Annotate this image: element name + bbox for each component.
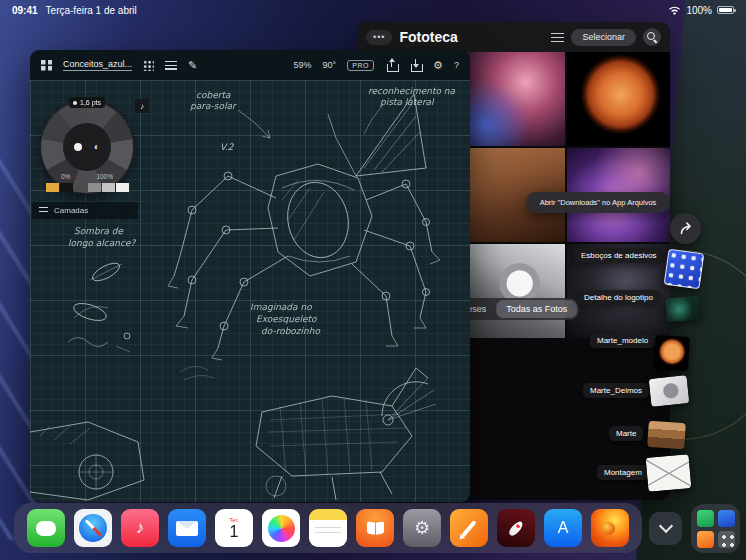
tool-wheel-center[interactable]: ◐	[63, 123, 111, 171]
stroke-size-tooltip: 1,6 pts	[69, 97, 105, 108]
dock-app-settings[interactable]: ⚙	[403, 509, 441, 547]
filter-icon[interactable]	[551, 33, 564, 42]
help-button[interactable]: ?	[454, 60, 459, 70]
dock-app-browser[interactable]	[591, 509, 629, 547]
export-icon[interactable]	[385, 59, 398, 72]
forward-arrow-icon	[677, 220, 695, 238]
layers-menu-icon	[39, 207, 48, 214]
chevron-down-icon	[658, 519, 672, 533]
color-dot-icon	[74, 143, 82, 151]
calendar-day: 1	[230, 524, 239, 540]
drawing-canvas[interactable]: coberta para-solar reconhecimento na pis…	[30, 80, 470, 502]
canvas-annotation: Imaginada no	[250, 302, 312, 312]
drag-item-thumbnail-logo[interactable]	[665, 296, 701, 322]
drag-item-thumbnail-deimos[interactable]	[649, 375, 690, 407]
photos-title: Fototeca	[399, 29, 457, 45]
canvas-annotation: longo alcance?	[68, 238, 136, 248]
dock: ♪ Ter. 1 ⚙ A	[14, 503, 642, 553]
drag-item-label[interactable]: Marte_Deimos	[583, 383, 649, 398]
share-forward-button[interactable]	[670, 213, 701, 244]
canvas-annotation: Exoesqueleto	[256, 314, 317, 324]
canvas-annotation: do-robozinho	[261, 326, 320, 336]
battery-percent: 100%	[686, 5, 712, 16]
gear-icon: ⚙	[414, 517, 430, 539]
select-button[interactable]: Selecionar	[571, 29, 636, 46]
canvas-annotation: pista lateral	[380, 97, 435, 107]
pinned-tool-note-icon[interactable]: ♪	[135, 99, 149, 113]
canvas-annotation: coberta	[196, 90, 231, 100]
dock-app-photos[interactable]	[262, 509, 300, 547]
import-icon[interactable]	[409, 59, 422, 72]
search-icon[interactable]	[643, 28, 661, 46]
drag-item-label[interactable]: Montagem	[597, 465, 649, 480]
grid-icon[interactable]	[143, 60, 154, 71]
dock-app-sketch[interactable]	[450, 509, 488, 547]
photo-thumbnail-nebula[interactable]	[462, 52, 565, 146]
open-book-icon	[367, 522, 384, 534]
dock-app-mail[interactable]	[168, 509, 206, 547]
canvas-annotation: V.2	[220, 142, 235, 152]
envelope-icon	[176, 521, 198, 536]
pro-badge[interactable]: PRO	[347, 60, 374, 71]
drag-item-label[interactable]: Detalhe do logotipo	[577, 290, 660, 305]
drag-item-thumbnail-montagem[interactable]	[646, 454, 692, 492]
dock-app-music[interactable]: ♪	[121, 509, 159, 547]
open-in-files-banner[interactable]: Abrir "Downloads" no App Arquivos	[526, 192, 670, 213]
opacity-range: 0% 100%	[41, 173, 133, 180]
photo-thumbnail-mars[interactable]	[567, 52, 670, 146]
dock-app-appstore[interactable]: A	[544, 509, 582, 547]
concepts-window: Conceitos_azul... ✎ 59% 90° PRO ⚙ ?	[30, 50, 470, 502]
app-library-mini-icon	[718, 510, 735, 527]
app-library-mini-icon	[697, 510, 714, 527]
gallery-icon[interactable]	[41, 60, 52, 71]
tab-all-photos[interactable]: Todas as Fotos	[496, 300, 577, 318]
app-library-button[interactable]	[691, 504, 740, 553]
pencil-icon	[461, 519, 476, 536]
drag-item-thumbnail-marte[interactable]	[647, 421, 686, 450]
gray-swatch[interactable]	[60, 183, 73, 192]
drag-item-label[interactable]: Esboços de adesivos	[574, 248, 664, 263]
brush-icon[interactable]: ✎	[188, 60, 197, 71]
drag-item-label[interactable]: Marte_modelo	[590, 333, 655, 348]
photo-thumbnail-satellite[interactable]	[462, 244, 565, 338]
dock-app-calendar[interactable]: Ter. 1	[215, 509, 253, 547]
photos-header: ••• Fototeca Selecionar	[357, 22, 670, 52]
active-color-swatch[interactable]	[46, 183, 59, 192]
ipad-screen: 09:41 Terça-feira 1 de abril 100% ••• Fo…	[0, 0, 746, 560]
drag-item-thumbnail-mars[interactable]	[654, 335, 690, 371]
blend-mode-icon: ◐	[94, 142, 100, 152]
music-note-icon: ♪	[136, 518, 145, 538]
dock-app-messages[interactable]	[27, 509, 65, 547]
battery-icon	[717, 6, 734, 14]
layers-label: Camadas	[54, 206, 88, 215]
canvas-annotation: reconhecimento na	[368, 86, 455, 96]
status-bar: 09:41 Terça-feira 1 de abril 100%	[0, 0, 746, 20]
color-swatch-bar[interactable]	[46, 183, 129, 192]
tool-wheel[interactable]: 1,6 pts ♪ ◐ 0% 100%	[40, 100, 134, 194]
rocket-icon	[507, 519, 524, 537]
zoom-level[interactable]: 59%	[293, 60, 311, 70]
gray-swatch[interactable]	[88, 183, 101, 192]
gear-icon[interactable]: ⚙	[433, 60, 443, 71]
layers-panel-header[interactable]: Camadas	[32, 202, 138, 219]
app-library-dots-icon	[718, 531, 735, 548]
dock-app-books[interactable]	[356, 509, 394, 547]
app-library-mini-icon	[697, 531, 714, 548]
dock-app-notes[interactable]	[309, 509, 347, 547]
compass-icon	[79, 514, 107, 542]
drag-item-thumbnail-stickers[interactable]	[664, 249, 705, 290]
clock: 09:41	[12, 5, 38, 16]
gray-swatch[interactable]	[102, 183, 115, 192]
dock-collapse-button[interactable]	[649, 512, 682, 545]
menu-icon[interactable]	[165, 61, 177, 70]
gray-swatch[interactable]	[74, 183, 87, 192]
canvas-annotation: para-solar	[190, 101, 237, 111]
drag-item-label[interactable]: Marte	[609, 426, 643, 441]
document-title[interactable]: Conceitos_azul...	[63, 59, 132, 71]
wifi-icon	[668, 5, 681, 15]
dock-app-safari[interactable]	[74, 509, 112, 547]
gray-swatch[interactable]	[116, 183, 129, 192]
rotation-value[interactable]: 90°	[323, 60, 337, 70]
window-menu-button[interactable]: •••	[366, 30, 392, 45]
dock-app-rocket[interactable]	[497, 509, 535, 547]
